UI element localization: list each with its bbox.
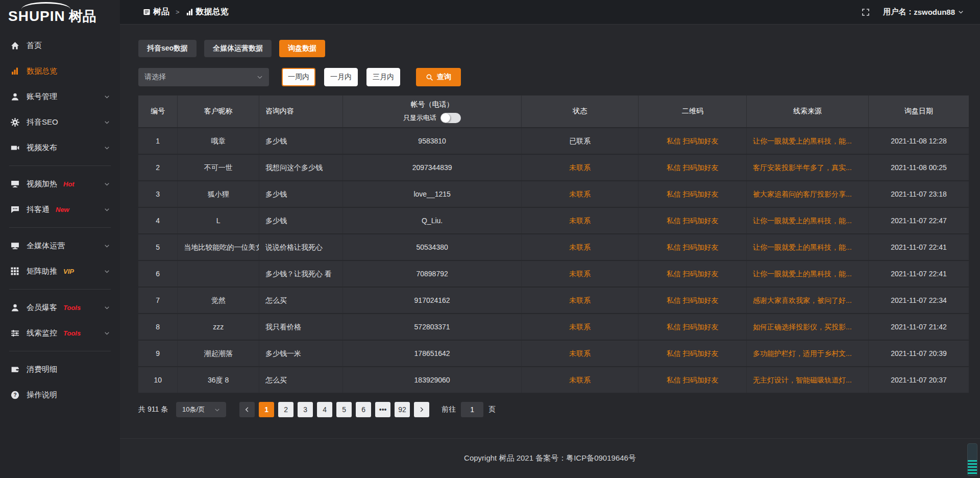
user-icon — [10, 92, 19, 101]
cell-status: 未联系 — [521, 155, 638, 180]
table-row: 10 36度 8 怎么买 183929060 未联系 私信 扫码加好友 无主灯设… — [138, 366, 969, 393]
sidebar-item[interactable]: 抖客通 New — [0, 197, 120, 222]
toggle-knob — [441, 113, 450, 123]
qr-link[interactable]: 私信 扫码加好友 — [667, 243, 719, 251]
source-link[interactable]: 客厅安装投影半年多了，真实... — [753, 163, 852, 172]
sidebar-item[interactable]: 会员爆客 Tools — [0, 295, 120, 320]
source-link[interactable]: 让你一眼就爱上的黑科技，能... — [753, 137, 852, 145]
sidebar-item-badge: Hot — [63, 180, 75, 188]
source-link[interactable]: 无主灯设计，智能磁吸轨道灯... — [753, 376, 852, 384]
source-link[interactable]: 感谢大家喜欢我家，被问了好... — [753, 296, 852, 304]
chat-widget[interactable] — [967, 443, 977, 476]
source-link[interactable]: 被大家追着问的客厅投影分享... — [753, 190, 852, 198]
sidebar-item[interactable]: 首页 — [0, 33, 120, 58]
qr-link[interactable]: 私信 扫码加好友 — [667, 217, 719, 225]
status-badge: 未联系 — [569, 270, 591, 278]
pagination-prev-button[interactable] — [239, 402, 255, 417]
cell-status: 未联系 — [521, 288, 638, 313]
pagination-page-button[interactable]: 92 — [395, 402, 410, 417]
chevron-down-icon — [104, 94, 110, 100]
data-table: 编号客户昵称咨询内容帐号（电话）只显示电话状态二维码线索来源询盘日期 1 哦章 … — [138, 95, 969, 393]
cell-date: 2021-11-08 12:28 — [868, 128, 969, 154]
phone-only-toggle[interactable] — [440, 113, 461, 123]
sidebar-item[interactable]: 抖音SEO — [0, 109, 120, 135]
user-menu[interactable]: 用户名：zswodun88 — [883, 7, 964, 17]
cell-content: 怎么买 — [259, 367, 342, 393]
column-label: 帐号（电话） — [349, 100, 515, 109]
pagination-ellipsis[interactable]: ••• — [375, 402, 390, 417]
tab-button[interactable]: 全媒体运营数据 — [204, 40, 272, 57]
phone-only-label: 只显示电话 — [403, 113, 436, 123]
tab-button[interactable]: 抖音seo数据 — [138, 40, 197, 57]
sidebar-item[interactable]: 消费明细 — [0, 356, 120, 382]
pagination-next-button[interactable] — [414, 402, 429, 417]
main-area: 树品 > 数据总览 用户名：zswodun88 抖 — [120, 0, 980, 478]
qr-link[interactable]: 私信 扫码加好友 — [667, 296, 719, 304]
cell-date: 2021-11-07 22:41 — [868, 261, 969, 286]
goto-page-input[interactable] — [461, 402, 483, 417]
column-label: 编号 — [144, 107, 171, 116]
qr-link[interactable]: 私信 扫码加好友 — [667, 163, 719, 172]
sidebar: SHUPIN树品 首页 数据总览 账号管理 抖音SEO 视频发布 视频加热 Ho… — [0, 0, 120, 478]
pagination-page-button[interactable]: 1 — [259, 402, 274, 417]
page-size-value: 10条/页 — [182, 405, 205, 414]
sidebar-item[interactable]: 视频加热 Hot — [0, 171, 120, 197]
source-link[interactable]: 如何正确选择投影仪，买投影... — [753, 323, 852, 331]
cell-account: 9583810 — [342, 128, 521, 154]
sidebar-item[interactable]: 视频发布 — [0, 135, 120, 160]
sidebar-item[interactable]: 线索监控 Tools — [0, 320, 120, 346]
qr-link[interactable]: 私信 扫码加好友 — [667, 376, 719, 384]
pagination-page-button[interactable]: 5 — [336, 402, 352, 417]
cell-nickname: 狐小狸 — [177, 181, 258, 207]
period-button[interactable]: 三月内 — [366, 68, 400, 86]
filter-select[interactable]: 请选择 — [138, 68, 269, 86]
cell-qr: 私信 扫码加好友 — [638, 208, 746, 233]
sidebar-item[interactable]: 账号管理 — [0, 84, 120, 109]
cell-nickname: zzz — [177, 314, 258, 340]
sidebar-divider — [9, 227, 111, 228]
sidebar-item[interactable]: 矩阵助推 VIP — [0, 258, 120, 284]
cell-status: 未联系 — [521, 341, 638, 366]
chevron-down-icon — [104, 305, 110, 310]
app-root: SHUPIN树品 首页 数据总览 账号管理 抖音SEO 视频发布 视频加热 Ho… — [0, 0, 980, 478]
sidebar-item[interactable]: ? 操作说明 — [0, 382, 120, 408]
column-label: 线索来源 — [753, 107, 862, 116]
cell-status: 未联系 — [521, 314, 638, 340]
screen-hot-icon — [10, 179, 19, 188]
sidebar-item-label: 全媒体运营 — [27, 241, 65, 251]
period-button[interactable]: 一周内 — [282, 68, 315, 86]
qr-link[interactable]: 私信 扫码加好友 — [667, 270, 719, 278]
sidebar-item[interactable]: 全媒体运营 — [0, 233, 120, 258]
topbar: 树品 > 数据总览 用户名：zswodun88 — [120, 0, 980, 25]
breadcrumb-root[interactable]: 树品 — [153, 7, 169, 17]
page-size-select[interactable]: 10条/页 — [176, 402, 226, 417]
qr-link[interactable]: 私信 扫码加好友 — [667, 137, 719, 145]
qr-link[interactable]: 私信 扫码加好友 — [667, 349, 719, 357]
source-link[interactable]: 多功能护栏灯，适用于乡村文... — [753, 349, 852, 357]
tab-button[interactable]: 询盘数据 — [279, 40, 325, 57]
pagination-page-button[interactable]: 4 — [317, 402, 332, 417]
chevron-down-icon — [104, 243, 110, 249]
period-button[interactable]: 一月内 — [324, 68, 358, 86]
source-link[interactable]: 让你一眼就爱上的黑科技，能... — [753, 217, 852, 225]
pagination-page-button[interactable]: 6 — [356, 402, 371, 417]
source-link[interactable]: 让你一眼就爱上的黑科技，能... — [753, 243, 852, 251]
cell-content: 多少钱 — [259, 128, 342, 154]
qr-link[interactable]: 私信 扫码加好友 — [667, 190, 719, 198]
cell-account: 50534380 — [342, 234, 521, 260]
status-badge: 未联系 — [569, 323, 591, 331]
sidebar-item[interactable]: 数据总览 — [0, 58, 120, 84]
pagination-page-button[interactable]: 2 — [278, 402, 293, 417]
cell-source: 无主灯设计，智能磁吸轨道灯... — [746, 367, 868, 393]
cell-no: 10 — [138, 367, 177, 393]
chevron-down-icon — [104, 269, 110, 274]
search-button[interactable]: 查询 — [416, 68, 461, 86]
source-link[interactable]: 让你一眼就爱上的黑科技，能... — [753, 270, 852, 278]
cell-nickname: 觉然 — [177, 288, 258, 313]
brand-logo[interactable]: SHUPIN树品 — [0, 0, 120, 30]
cell-content: 多少钱 — [259, 208, 342, 233]
cell-account: Q_Liu. — [342, 208, 521, 233]
pagination-page-button[interactable]: 3 — [298, 402, 313, 417]
qr-link[interactable]: 私信 扫码加好友 — [667, 323, 719, 331]
fullscreen-icon[interactable] — [862, 8, 870, 16]
